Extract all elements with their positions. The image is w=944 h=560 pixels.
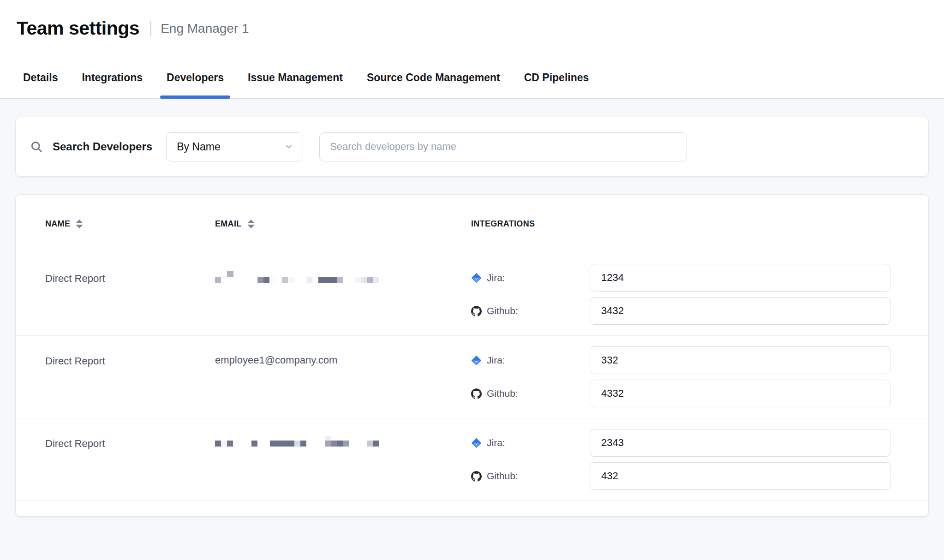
github-integration-line: Github: [471, 380, 891, 407]
search-panel: Search Developers By Name [15, 117, 929, 177]
jira-label: Jira: [487, 355, 505, 366]
column-header-email: EMAIL [215, 219, 471, 229]
developer-email-redacted [215, 264, 471, 325]
github-icon [471, 388, 482, 399]
jira-label: Jira: [487, 437, 505, 448]
tab-developers[interactable]: Developers [160, 57, 230, 98]
table-row: Direct Report Jira: [16, 253, 928, 336]
search-filter-select[interactable]: By Name [166, 132, 303, 161]
developer-name: Direct Report [45, 429, 215, 490]
main-content: Search Developers By Name NAME EMAIL INT… [0, 99, 944, 517]
redacted-email-pixels [215, 436, 381, 450]
github-id-input[interactable] [590, 297, 890, 325]
search-filter-value: By Name [177, 141, 221, 153]
page-header: Team settings Eng Manager 1 [0, 0, 944, 57]
developer-email-redacted [215, 429, 471, 490]
column-header-integrations: INTEGRATIONS [471, 219, 891, 229]
redacted-email-pixels [215, 271, 381, 285]
team-name-subtitle: Eng Manager 1 [161, 21, 249, 36]
search-input[interactable] [319, 132, 687, 161]
page-title: Team settings [17, 18, 139, 39]
jira-icon [471, 438, 482, 448]
developer-name: Direct Report [45, 346, 215, 407]
developer-email: employee1@company.com [215, 346, 471, 407]
sort-name-icon[interactable] [76, 220, 83, 228]
tab-integrations[interactable]: Integrations [75, 57, 149, 98]
github-icon [471, 306, 482, 316]
github-label: Github: [487, 388, 518, 399]
search-icon [30, 140, 43, 153]
jira-icon [471, 273, 482, 283]
jira-id-input[interactable] [590, 429, 890, 457]
tab-details[interactable]: Details [17, 57, 64, 98]
jira-integration-line: Jira: [471, 429, 891, 457]
jira-integration-line: Jira: [471, 346, 891, 374]
tab-issue-management[interactable]: Issue Management [241, 57, 349, 98]
tab-cd-pipelines[interactable]: CD Pipelines [518, 57, 596, 98]
title-separator [150, 21, 151, 36]
integrations-cell: Jira: Github: [471, 429, 891, 490]
search-developers-label: Search Developers [53, 140, 152, 153]
settings-tabbar: Details Integrations Developers Issue Ma… [0, 57, 944, 99]
tab-source-code-management[interactable]: Source Code Management [360, 57, 507, 98]
developers-table: NAME EMAIL INTEGRATIONS Direct Report [15, 194, 929, 517]
table-row: Direct Report employee1@company.com Jira… [16, 336, 928, 418]
github-id-input[interactable] [590, 380, 890, 407]
integrations-cell: Jira: Github: [471, 346, 891, 407]
table-row: Direct Report Jira: [16, 418, 928, 501]
github-label: Github: [487, 471, 518, 482]
table-header-row: NAME EMAIL INTEGRATIONS [16, 195, 928, 253]
developer-name: Direct Report [45, 264, 215, 325]
integrations-cell: Jira: Github: [471, 264, 891, 325]
jira-id-input[interactable] [590, 264, 890, 292]
jira-icon [471, 355, 482, 366]
github-integration-line: Github: [471, 297, 891, 325]
sort-email-icon[interactable] [247, 220, 255, 228]
jira-label: Jira: [487, 272, 505, 283]
jira-id-input[interactable] [590, 346, 890, 374]
jira-integration-line: Jira: [471, 264, 891, 292]
column-header-name: NAME [45, 219, 215, 229]
github-icon [471, 471, 482, 482]
github-id-input[interactable] [590, 462, 890, 490]
chevron-down-icon [284, 142, 293, 151]
github-integration-line: Github: [471, 462, 891, 490]
github-label: Github: [487, 305, 518, 316]
